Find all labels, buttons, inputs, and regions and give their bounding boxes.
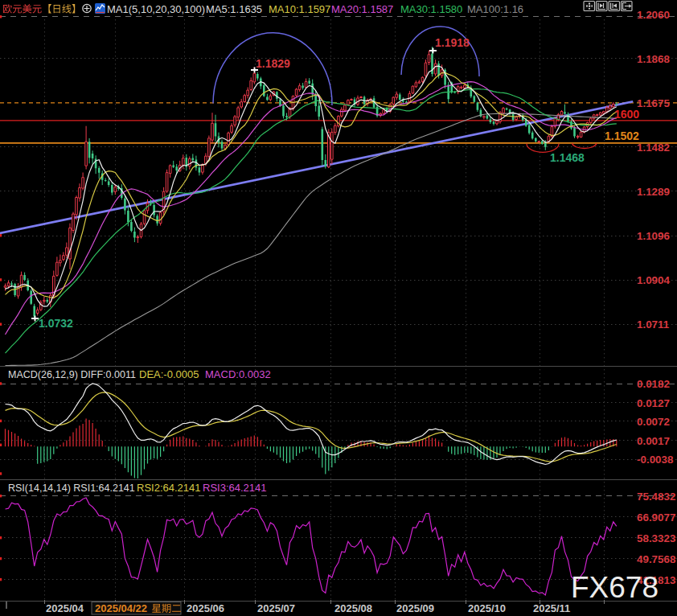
- svg-text:0.0017: 0.0017: [637, 435, 670, 447]
- svg-text:MA1(5,10,20,30,100): MA1(5,10,20,30,100): [107, 3, 205, 15]
- svg-text:1.1289: 1.1289: [637, 186, 670, 198]
- svg-text:0.0182: 0.0182: [637, 378, 670, 390]
- svg-text:2025/10: 2025/10: [468, 602, 506, 614]
- svg-text:RSI(14,14,14) RSI1:64.2141: RSI(14,14,14) RSI1:64.2141: [8, 483, 135, 494]
- svg-text:MA20:1.1587: MA20:1.1587: [331, 3, 393, 15]
- svg-text:-0.0038: -0.0038: [637, 454, 674, 466]
- svg-text:58.3323: 58.3323: [637, 532, 675, 544]
- svg-text:MA5:1.1635: MA5:1.1635: [206, 3, 262, 15]
- svg-text:75.4832: 75.4832: [637, 491, 675, 503]
- svg-text:MA100:1.16: MA100:1.16: [467, 3, 523, 15]
- svg-text:MA30:1.1580: MA30:1.1580: [400, 3, 462, 15]
- svg-text:0.0072: 0.0072: [637, 416, 670, 428]
- svg-text:1.0904: 1.0904: [637, 274, 671, 286]
- svg-text:2025/08: 2025/08: [334, 602, 372, 614]
- svg-text:1.1482: 1.1482: [637, 142, 670, 154]
- svg-text:1.1918: 1.1918: [435, 36, 470, 49]
- svg-text:RSI2:64.2141: RSI2:64.2141: [137, 482, 201, 494]
- svg-text:1.1096: 1.1096: [637, 230, 670, 242]
- svg-text:1600: 1600: [614, 108, 639, 121]
- svg-text:1.0711: 1.0711: [637, 318, 670, 331]
- svg-text:1.1468: 1.1468: [550, 151, 585, 164]
- svg-text:2025/04: 2025/04: [46, 602, 84, 614]
- svg-text:0.0127: 0.0127: [637, 397, 670, 409]
- svg-text:2025/09: 2025/09: [396, 602, 434, 614]
- svg-text:MA10:1.1597: MA10:1.1597: [269, 3, 330, 15]
- svg-text:1.1502: 1.1502: [605, 129, 639, 142]
- svg-text:2025/07: 2025/07: [257, 602, 295, 614]
- svg-text:1.1868: 1.1868: [637, 53, 671, 65]
- svg-text:MACD(26,12,9) DIFF:0.0011: MACD(26,12,9) DIFF:0.0011: [8, 369, 136, 380]
- svg-text:FX678: FX678: [571, 571, 659, 604]
- svg-text:MACD:0.0032: MACD:0.0032: [205, 368, 271, 380]
- svg-text:2025/04/22: 2025/04/22: [95, 602, 147, 614]
- svg-text:1.1829: 1.1829: [256, 57, 290, 70]
- svg-text:DEA:-0.0005: DEA:-0.0005: [139, 368, 199, 380]
- svg-text:RSI3:64.2141: RSI3:64.2141: [203, 482, 267, 494]
- svg-text:1.0732: 1.0732: [39, 317, 73, 330]
- svg-text:2025/06: 2025/06: [187, 602, 224, 614]
- svg-text:66.9077: 66.9077: [637, 511, 675, 524]
- svg-text:2025/11: 2025/11: [533, 602, 570, 614]
- svg-text:1.1675: 1.1675: [637, 97, 671, 109]
- svg-text:1.2060: 1.2060: [637, 9, 670, 21]
- svg-text:49.7568: 49.7568: [637, 553, 676, 565]
